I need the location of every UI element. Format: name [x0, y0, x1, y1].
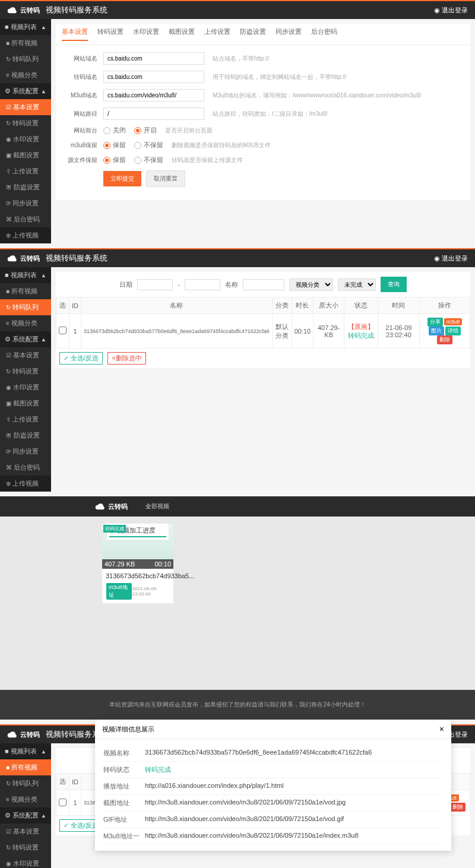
th-id: ID — [69, 297, 81, 314]
modal-title: 视频详细信息展示 — [102, 725, 154, 734]
gallery-topbar: 云转码 全部视频 — [0, 496, 475, 517]
logo: 云转码 — [7, 253, 40, 264]
sidebar-group-videos[interactable]: ■ 视频列表▲ — [0, 267, 51, 283]
sidebar-item-watermark[interactable]: ◉ 水印设置 — [0, 379, 51, 395]
app-title: 视频转码服务系统 — [46, 253, 107, 264]
sidebar-group-config[interactable]: ⚙ 系统配置▲ — [0, 83, 51, 99]
action-m3u8[interactable]: m3u8 — [444, 318, 463, 325]
input-m3u8-domain[interactable] — [103, 89, 204, 102]
sidebar-item-password[interactable]: ⌘ 后台密码 — [0, 460, 51, 476]
hint-src-keep: 转码后是否保留上传源文件 — [172, 156, 243, 164]
tab-basic[interactable]: 基本设置 — [62, 27, 88, 41]
sidebar-group-config[interactable]: ⚙ 系统配置▲ — [0, 331, 51, 347]
radio-m3u8-nokeep[interactable]: 不保留 — [134, 141, 163, 150]
tab-password[interactable]: 后台密码 — [311, 27, 337, 41]
sidebar-item-watermark[interactable]: ◉ 水印设置 — [0, 131, 51, 147]
sidebar-item-upload-video[interactable]: ⊕ 上传视频 — [0, 227, 51, 243]
tab-transcode[interactable]: 转码设置 — [97, 27, 124, 41]
sidebar-item-sync[interactable]: ⟳ 同步设置 — [0, 195, 51, 211]
video-card[interactable]: 转码完成 ◉ 视频加工进度 407.29 KB00:10 3136673d562… — [102, 524, 173, 603]
select-category[interactable]: 视频分类 — [289, 278, 333, 291]
close-icon[interactable]: × — [439, 724, 444, 734]
sidebar-item-screenshot[interactable]: ▣ 截图设置 — [0, 147, 51, 163]
tab-sync[interactable]: 同步设置 — [276, 27, 302, 41]
sidebar-item-queue[interactable]: ↻ 转码队列 — [0, 299, 51, 315]
nav-all-videos[interactable]: 全部视频 — [145, 502, 169, 511]
sidebar-item-upload[interactable]: ⇧ 上传设置 — [0, 163, 51, 179]
sidebar-item-basic[interactable]: ☑ 基本设置 — [0, 99, 51, 115]
label-date: 日期 — [119, 280, 132, 289]
sidebar-item-category[interactable]: ≡ 视频分类 — [0, 791, 51, 807]
reset-button[interactable]: 取消重置 — [146, 170, 185, 187]
sidebar-item-basic[interactable]: ☑ 基本设置 — [0, 823, 51, 840]
radio-front-on[interactable]: 开启 — [134, 126, 157, 135]
sidebar-item-all-videos[interactable]: ■ 所有视频 — [0, 35, 51, 51]
row-checkbox[interactable] — [59, 799, 66, 806]
sidebar-item-watermark[interactable]: ◉ 水印设置 — [0, 856, 51, 868]
sidebar-item-antileech[interactable]: ⛨ 防盗设置 — [0, 427, 51, 443]
input-name[interactable] — [243, 279, 284, 290]
input-site-domain[interactable] — [103, 52, 204, 65]
card-size: 407.29 KB — [104, 560, 135, 568]
input-site-path[interactable] — [103, 107, 204, 120]
action-img[interactable]: 图片 — [429, 327, 444, 335]
label-m3u8-keep: m3u8保留 — [62, 141, 97, 150]
sidebar-item-screenshot[interactable]: ▣ 截图设置 — [0, 395, 51, 411]
radio-src-nokeep[interactable]: 不保留 — [134, 156, 163, 164]
tab-screenshot[interactable]: 截图设置 — [169, 27, 195, 41]
radio-src-keep[interactable]: 保留 — [103, 156, 126, 164]
label-src-keep: 源文件保留 — [62, 156, 97, 164]
action-share[interactable]: 分享 — [428, 318, 443, 327]
input-date-to[interactable] — [185, 279, 220, 290]
sidebar-item-upload[interactable]: ⇧ 上传设置 — [0, 411, 51, 427]
action-delete[interactable]: 删除 — [437, 335, 452, 344]
delete-selected-button[interactable]: ×删除选中 — [107, 352, 145, 365]
top-bar-2: 云转码 视频转码服务系统 ◉ 退出登录 — [0, 248, 475, 267]
sidebar-item-basic[interactable]: ☑ 基本设置 — [0, 347, 51, 363]
th-select: 选 — [56, 297, 69, 314]
select-status[interactable]: 未完成 — [338, 278, 376, 291]
search-button[interactable]: 查询 — [381, 277, 407, 292]
logout-link[interactable]: ◉ 退出登录 — [434, 254, 468, 263]
hint-front: 是否开启前台页面 — [165, 126, 213, 135]
cell-time: 21-06-09 23:02:40 — [378, 314, 419, 349]
tab-antileech[interactable]: 防盗设置 — [240, 27, 266, 41]
sidebar-item-transcode[interactable]: ↻ 转码设置 — [0, 115, 51, 131]
sidebar-item-antileech[interactable]: ⛨ 防盗设置 — [0, 179, 51, 195]
sidebar-item-transcode[interactable]: ↻ 转码设置 — [0, 840, 51, 856]
sidebar-item-category[interactable]: ≡ 视频分类 — [0, 67, 51, 83]
sidebar-item-category[interactable]: ≡ 视频分类 — [0, 315, 51, 331]
input-trans-domain[interactable] — [103, 71, 204, 83]
label-m3u8-domain: M3u8域名 — [62, 91, 97, 100]
cell-status: 【原画】转码完成 — [344, 314, 378, 349]
label-site-domain: 网站域名 — [62, 55, 97, 63]
tab-watermark[interactable]: 水印设置 — [133, 27, 159, 41]
app-title: 视频转码服务系统 — [46, 5, 107, 15]
th-dur: 时长 — [292, 297, 314, 314]
row-checkbox[interactable] — [59, 327, 66, 334]
submit-button[interactable]: 立即提交 — [103, 171, 141, 186]
sidebar-item-sync[interactable]: ⟳ 同步设置 — [0, 443, 51, 460]
sidebar-item-all-videos[interactable]: ■ 所有视频 — [0, 283, 51, 299]
table-row: 1 3136673d562bcb74d933ba577b0e6df6_8eee1… — [56, 314, 470, 349]
logout-link[interactable]: ◉ 退出登录 — [434, 6, 468, 15]
input-date-from[interactable] — [137, 279, 173, 290]
radio-front-off[interactable]: 关闭 — [103, 126, 126, 135]
select-all-button[interactable]: ✓ 全选/反选 — [59, 352, 103, 365]
sidebar-item-transcode[interactable]: ↻ 转码设置 — [0, 363, 51, 379]
th-time: 时间 — [378, 297, 419, 314]
sidebar-group-videos[interactable]: ■ 视频列表▲ — [0, 19, 51, 35]
sidebar-item-queue[interactable]: ↻ 转码队列 — [0, 51, 51, 67]
card-badge[interactable]: m3u8地址 — [106, 583, 132, 600]
sidebar-item-queue[interactable]: ↻ 转码队列 — [0, 775, 51, 791]
radio-m3u8-keep[interactable]: 保留 — [103, 141, 126, 150]
cell-size: 407.29-KB — [314, 314, 344, 349]
action-detail[interactable]: 详情 — [445, 327, 461, 335]
sidebar-item-password[interactable]: ⌘ 后台密码 — [0, 211, 51, 227]
sidebar-item-upload-video[interactable]: ⊕ 上传视频 — [0, 476, 51, 492]
sidebar-group-config[interactable]: ⚙ 系统配置▲ — [0, 807, 51, 823]
sidebar-group-videos[interactable]: ■ 视频列表▲ — [0, 743, 51, 759]
sidebar-item-all-videos[interactable]: ■ 所有视频 — [0, 759, 51, 775]
tab-upload[interactable]: 上传设置 — [204, 27, 230, 41]
hint-site-path: 站点路径，转码类如：/二级目录如：/m3u8/ — [213, 110, 327, 118]
